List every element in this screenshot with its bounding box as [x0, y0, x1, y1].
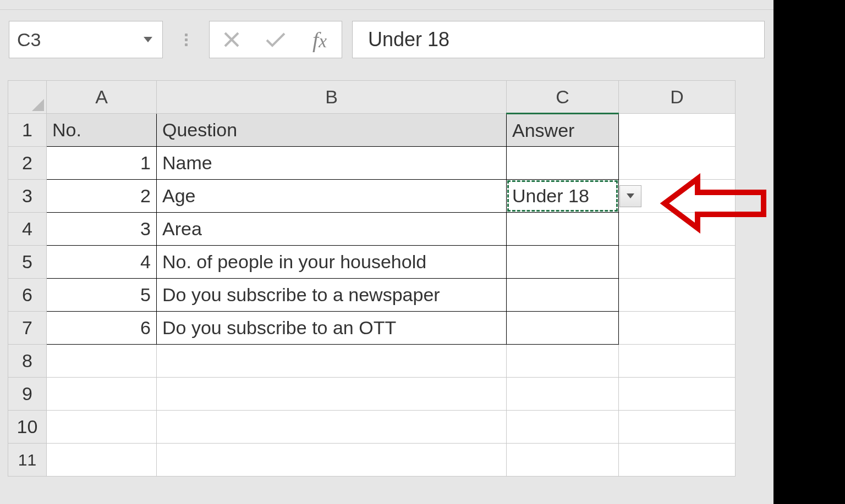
- row-header-10[interactable]: 10: [8, 411, 47, 444]
- cell-A4[interactable]: 3: [47, 213, 157, 246]
- black-side-bar: [773, 0, 845, 504]
- top-strip: [0, 0, 773, 10]
- cell-D6[interactable]: [619, 279, 736, 312]
- cell-B9[interactable]: [157, 378, 507, 411]
- cell-A3[interactable]: 2: [47, 180, 157, 213]
- enter-button[interactable]: [265, 29, 287, 51]
- col-header-B[interactable]: B: [157, 81, 507, 114]
- row-header-7[interactable]: 7: [8, 312, 47, 345]
- svg-marker-2: [32, 99, 44, 111]
- cell-A9[interactable]: [47, 378, 157, 411]
- cell-A2[interactable]: 1: [47, 147, 157, 180]
- cell-D9[interactable]: [619, 378, 736, 411]
- cell-D2[interactable]: [619, 147, 736, 180]
- cell-C2[interactable]: [507, 147, 619, 180]
- formula-bar-buttons: fx: [209, 21, 342, 58]
- row-header-6[interactable]: 6: [8, 279, 47, 312]
- cell-C1[interactable]: Answer: [507, 114, 619, 147]
- formula-input-value: Under 18: [368, 28, 449, 51]
- cell-C7[interactable]: [507, 312, 619, 345]
- row-header-3[interactable]: 3: [8, 180, 47, 213]
- col-header-C[interactable]: C: [507, 81, 619, 114]
- cell-C4[interactable]: [507, 213, 619, 246]
- cell-A1[interactable]: No.: [47, 114, 157, 147]
- cell-B7[interactable]: Do you subscribe to an OTT: [157, 312, 507, 345]
- row-header-8[interactable]: 8: [8, 345, 47, 378]
- cell-D7[interactable]: [619, 312, 736, 345]
- cell-D3[interactable]: [619, 180, 736, 213]
- row-header-9[interactable]: 9: [8, 378, 47, 411]
- name-box[interactable]: C3: [9, 21, 163, 58]
- cancel-button[interactable]: [221, 29, 243, 51]
- spreadsheet-container: C3 fx Under 18: [0, 0, 773, 504]
- cell-A11[interactable]: [47, 444, 157, 477]
- row-header-11[interactable]: 11: [8, 444, 47, 477]
- cell-D11[interactable]: [619, 444, 736, 477]
- formula-bar: C3 fx Under 18: [0, 10, 773, 79]
- name-box-value: C3: [17, 29, 41, 51]
- row-header-2[interactable]: 2: [8, 147, 47, 180]
- cell-A7[interactable]: 6: [47, 312, 157, 345]
- name-box-caret-icon[interactable]: [144, 37, 152, 42]
- col-header-D[interactable]: D: [619, 81, 736, 114]
- cell-B4[interactable]: Area: [157, 213, 507, 246]
- cell-B6[interactable]: Do you subscribe to a newspaper: [157, 279, 507, 312]
- cell-B11[interactable]: [157, 444, 507, 477]
- cell-C5[interactable]: [507, 246, 619, 279]
- cell-B10[interactable]: [157, 411, 507, 444]
- cell-D1[interactable]: [619, 114, 736, 147]
- formula-input[interactable]: Under 18: [352, 21, 765, 58]
- cell-D10[interactable]: [619, 411, 736, 444]
- cell-D5[interactable]: [619, 246, 736, 279]
- cell-C11[interactable]: [507, 444, 619, 477]
- cell-B2[interactable]: Name: [157, 147, 507, 180]
- cell-A5[interactable]: 4: [47, 246, 157, 279]
- cell-B3[interactable]: Age: [157, 180, 507, 213]
- cell-C9[interactable]: [507, 378, 619, 411]
- cell-B1[interactable]: Question: [157, 114, 507, 147]
- cell-A10[interactable]: [47, 411, 157, 444]
- check-icon: [265, 30, 287, 49]
- cell-B8[interactable]: [157, 345, 507, 378]
- spreadsheet-grid[interactable]: A B C D 1 No. Question Answer 2 1 Name 3…: [8, 80, 736, 477]
- select-all-corner[interactable]: [8, 81, 47, 114]
- cell-C6[interactable]: [507, 279, 619, 312]
- col-header-A[interactable]: A: [47, 81, 157, 114]
- cell-A8[interactable]: [47, 345, 157, 378]
- insert-function-button[interactable]: fx: [309, 29, 331, 51]
- cell-A6[interactable]: 5: [47, 279, 157, 312]
- cell-C3[interactable]: Under 18: [507, 180, 619, 213]
- x-icon: [222, 30, 241, 49]
- row-header-4[interactable]: 4: [8, 213, 47, 246]
- cell-D4[interactable]: [619, 213, 736, 246]
- cell-B5[interactable]: No. of people in your household: [157, 246, 507, 279]
- formula-bar-splitter[interactable]: [169, 34, 202, 46]
- cell-D8[interactable]: [619, 345, 736, 378]
- row-header-1[interactable]: 1: [8, 114, 47, 147]
- cell-C8[interactable]: [507, 345, 619, 378]
- cell-C10[interactable]: [507, 411, 619, 444]
- cell-C3-value: Under 18: [512, 185, 589, 206]
- row-header-5[interactable]: 5: [8, 246, 47, 279]
- fx-icon: fx: [312, 27, 327, 53]
